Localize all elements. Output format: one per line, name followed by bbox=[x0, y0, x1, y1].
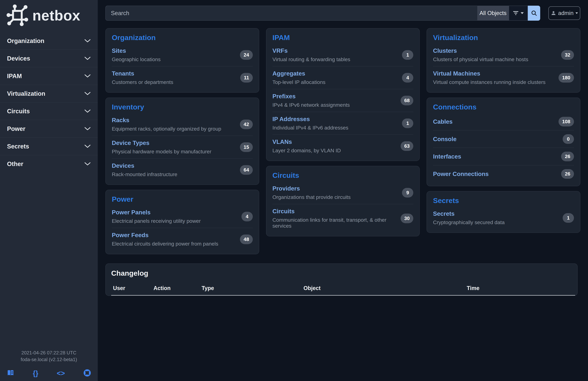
sidebar-item-other[interactable]: Other bbox=[0, 155, 98, 173]
sidebar-item-label: Organization bbox=[7, 38, 44, 44]
count-badge: 48 bbox=[240, 235, 253, 244]
user-menu-button[interactable]: admin bbox=[548, 6, 580, 20]
card-item-link[interactable]: Providers bbox=[273, 185, 351, 192]
sidebar-item-power[interactable]: Power bbox=[0, 120, 98, 137]
sidebar-item-ipam[interactable]: IPAM bbox=[0, 67, 98, 85]
count-badge: 4 bbox=[241, 212, 253, 221]
search-submit-button[interactable] bbox=[528, 6, 540, 21]
card-item-description: Communication links for transit, transpo… bbox=[273, 217, 397, 229]
count-badge: 68 bbox=[400, 96, 413, 105]
card-item-link[interactable]: Sites bbox=[112, 47, 161, 54]
card-item: Power Connections 26 bbox=[433, 165, 574, 182]
count-badge: 32 bbox=[561, 50, 574, 60]
docs-book-icon[interactable] bbox=[7, 369, 14, 377]
filter-icon bbox=[513, 11, 519, 15]
card-item-link[interactable]: Cables bbox=[433, 118, 453, 125]
sidebar-item-label: Other bbox=[7, 160, 23, 167]
count-badge: 4 bbox=[402, 73, 413, 83]
card-item-link[interactable]: Device Types bbox=[112, 140, 211, 146]
host-version: foda-se.local (v2.12-beta1) bbox=[0, 356, 98, 363]
count-badge: 42 bbox=[240, 120, 253, 129]
card-item: Virtual Machines Virtual compute instanc… bbox=[433, 66, 574, 89]
sidebar-item-organization[interactable]: Organization bbox=[0, 32, 98, 49]
card-item-link[interactable]: Racks bbox=[112, 117, 221, 124]
card-item: Sites Geographic locations 24 bbox=[112, 44, 253, 66]
source-code-icon[interactable]: <> bbox=[57, 370, 65, 377]
search-icon bbox=[531, 10, 538, 17]
sidebar-item-circuits[interactable]: Circuits bbox=[0, 102, 98, 120]
card-item-link[interactable]: Tenants bbox=[112, 70, 173, 77]
card-item-description: Top-level IP allocations bbox=[273, 79, 325, 85]
card-item-link[interactable]: Console bbox=[433, 136, 457, 142]
card-title: Connections bbox=[433, 103, 574, 111]
cards-column: Organization Sites Geographic locations … bbox=[105, 28, 259, 254]
card-item-link[interactable]: Power Panels bbox=[112, 209, 201, 216]
count-badge: 64 bbox=[240, 165, 253, 175]
changelog-header-row: UserActionTypeObjectTime bbox=[111, 282, 575, 295]
chevron-down-icon bbox=[84, 109, 91, 113]
count-badge: 9 bbox=[402, 188, 413, 198]
card-item-description: Individual IPv4 & IPv6 addresses bbox=[273, 125, 348, 131]
server-time: 2021-04-26 07:22:28 UTC bbox=[0, 350, 98, 356]
card-title: Circuits bbox=[273, 171, 413, 179]
card-item-link[interactable]: IP Addresses bbox=[273, 116, 348, 122]
count-badge: 30 bbox=[400, 214, 413, 223]
sidebar-item-secrets[interactable]: Secrets bbox=[0, 137, 98, 155]
count-badge: 11 bbox=[240, 73, 253, 83]
changelog-title: Changelog bbox=[111, 269, 572, 277]
card-virtualization: Virtualization Clusters Clusters of phys… bbox=[427, 28, 580, 93]
card-title: Inventory bbox=[112, 103, 253, 111]
card-title: Virtualization bbox=[433, 33, 574, 42]
card-item: Prefixes IPv4 & IPv6 network assignments… bbox=[273, 89, 413, 112]
card-item-link[interactable]: Circuits bbox=[273, 208, 397, 215]
card-item-description: Virtual routing & forwarding tables bbox=[273, 56, 350, 62]
sidebar-nav: Organization Devices IPAM Virtualization… bbox=[0, 32, 98, 173]
card-item-description: Customers or departments bbox=[112, 79, 173, 85]
api-braces-icon[interactable]: {} bbox=[33, 370, 38, 377]
card-item-description: IPv4 & IPv6 network assignments bbox=[273, 102, 350, 108]
column-header-actions bbox=[557, 282, 575, 295]
count-badge: 63 bbox=[400, 141, 413, 151]
column-header-action: Action bbox=[152, 282, 200, 295]
chevron-down-icon bbox=[84, 127, 91, 131]
count-badge: 0 bbox=[563, 134, 574, 144]
column-header-time: Time bbox=[465, 282, 557, 295]
card-item-link[interactable]: Power Feeds bbox=[112, 232, 218, 239]
sidebar-item-label: Circuits bbox=[7, 108, 30, 115]
sidebar-item-label: Secrets bbox=[7, 143, 29, 150]
chevron-down-icon bbox=[575, 12, 578, 14]
search-scope-button[interactable]: All Objects bbox=[477, 6, 509, 21]
card-item-link[interactable]: Power Connections bbox=[433, 171, 489, 177]
count-badge: 1 bbox=[563, 213, 574, 223]
card-item: VLANs Layer 2 domains, by VLAN ID 63 bbox=[273, 134, 413, 157]
search-filter-dropdown-button[interactable] bbox=[509, 6, 528, 21]
sidebar-item-devices[interactable]: Devices bbox=[0, 49, 98, 67]
count-badge: 15 bbox=[240, 142, 253, 152]
sidebar-item-label: IPAM bbox=[7, 73, 22, 80]
netbox-dashboard: { "brand": {"name": "netbox"}, "topbar":… bbox=[0, 0, 588, 381]
card-inventory: Inventory Racks Equipment racks, optiona… bbox=[105, 98, 259, 185]
card-title: Power bbox=[112, 195, 253, 203]
cards-column: Virtualization Clusters Clusters of phys… bbox=[427, 28, 580, 233]
card-item-link[interactable]: Interfaces bbox=[433, 153, 461, 160]
cards-row: Organization Sites Geographic locations … bbox=[105, 28, 580, 254]
card-item-link[interactable]: VLANs bbox=[273, 138, 341, 145]
brand[interactable]: netbox bbox=[0, 0, 98, 27]
card-item-link[interactable]: Secrets bbox=[433, 210, 504, 217]
card-item-link[interactable]: VRFs bbox=[273, 47, 350, 54]
search-input[interactable] bbox=[105, 6, 477, 21]
card-item-description: Geographic locations bbox=[112, 56, 161, 62]
sidebar-item-label: Virtualization bbox=[7, 90, 45, 97]
card-item-link[interactable]: Aggregates bbox=[273, 70, 325, 77]
card-item-link[interactable]: Devices bbox=[112, 162, 177, 169]
help-lifering-icon[interactable] bbox=[84, 369, 91, 377]
card-item-link[interactable]: Prefixes bbox=[273, 93, 350, 100]
count-badge: 180 bbox=[559, 73, 574, 83]
count-badge: 1 bbox=[402, 118, 413, 128]
sidebar-item-virtualization[interactable]: Virtualization bbox=[0, 85, 98, 102]
sidebar: netbox Organization Devices IPAM Virtual… bbox=[0, 0, 98, 381]
chevron-down-icon bbox=[84, 92, 91, 95]
card-item-link[interactable]: Virtual Machines bbox=[433, 70, 546, 77]
card-organization: Organization Sites Geographic locations … bbox=[105, 28, 259, 93]
card-item-link[interactable]: Clusters bbox=[433, 47, 528, 54]
